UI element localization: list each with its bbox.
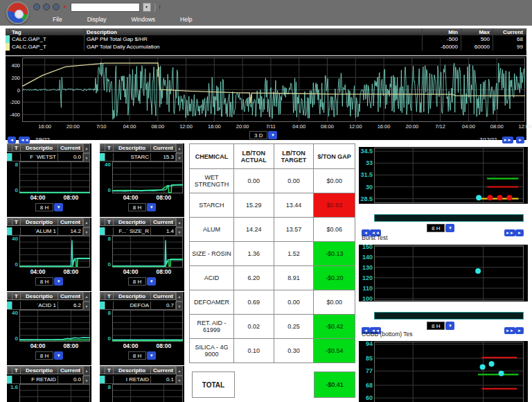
time-range-select[interactable]: 8 H [35, 203, 53, 211]
step-forward-button[interactable]: ► [515, 327, 524, 334]
main-trend-plot[interactable] [22, 58, 525, 122]
time-range-dropdown-icon[interactable]: ▼ [147, 203, 156, 211]
scroll-up-icon[interactable]: ▲ [83, 292, 90, 302]
menu-help[interactable]: Help [177, 15, 195, 24]
page-back-button[interactable]: ◄◄ [19, 137, 30, 143]
time-range-dropdown-icon[interactable]: ▼ [445, 322, 454, 330]
time-scrollbar[interactable] [374, 312, 524, 320]
time-range-dropdown-icon[interactable]: ▼ [147, 277, 156, 286]
trend-panel-header: TDescriptioCurrent▲ [100, 218, 184, 227]
mini-trend-plot[interactable] [112, 236, 183, 268]
ton-gap: -$0.20 [314, 266, 355, 290]
total-label: TOTAL [192, 372, 235, 398]
scroll-up-icon[interactable]: ▲ [83, 366, 90, 376]
x-axis-label: 16:00 [36, 123, 54, 130]
col-descriptio: Descriptio [114, 143, 151, 152]
lbton-target: 0.00 [274, 169, 314, 193]
tag-current-value: 1.4 [151, 227, 176, 236]
trend-panel-header: TDescriptioCurrent▲ [100, 292, 184, 302]
quality-trend-plot[interactable] [374, 245, 524, 301]
app-logo-icon[interactable] [6, 1, 29, 24]
step-back-button[interactable]: ◄ [8, 137, 16, 143]
col-tag: Tag [10, 28, 85, 35]
toolbar-separator: ) [154, 2, 157, 12]
time-range-dropdown-icon[interactable]: ▼ [445, 224, 454, 232]
col-t: T [105, 292, 114, 300]
time-range-select[interactable]: 3 D [249, 131, 267, 139]
back-button-icon[interactable] [33, 3, 40, 10]
y-max-label: 8 [100, 310, 111, 316]
step-forward-button[interactable]: ► [515, 229, 524, 236]
time-range-select[interactable]: 8 H [128, 203, 146, 211]
col-t: T [105, 218, 114, 226]
page-forward-button[interactable]: ►► [504, 229, 515, 236]
page-forward-button[interactable]: ►► [504, 327, 515, 334]
scroll-up-icon[interactable]: ▲ [83, 143, 90, 153]
menu-display[interactable]: Display [85, 15, 109, 24]
toolbar-pin-icon[interactable]: ! [159, 4, 161, 10]
lbton-actual: 14.24 [233, 218, 274, 242]
refresh-button-icon[interactable] [53, 3, 60, 10]
menu-file[interactable]: File [50, 15, 65, 24]
col-swatch [7, 366, 12, 374]
time-range-select[interactable]: 8 H [35, 351, 53, 360]
mini-trend-chart: 400 [7, 310, 91, 342]
panel-navbar: ◄◄◄8 H▼►►► [359, 322, 528, 331]
mini-range-row: 8 H▼ [100, 351, 184, 360]
col-descriptio: Descriptio [21, 292, 58, 300]
tag-current-value: 0.1 [151, 376, 176, 384]
mini-trend-plot[interactable] [19, 236, 90, 268]
pen-type-cell [12, 302, 21, 310]
mini-trend-plot[interactable] [19, 310, 90, 342]
x-axis-label: 7/12 [432, 123, 450, 130]
x-axis-label: 20:00 [403, 123, 421, 130]
menu-bar: File Display Windows Help [50, 15, 195, 24]
time-range-select[interactable]: 8 H [427, 224, 445, 232]
pen-color-swatch [100, 153, 105, 161]
menu-windows[interactable]: Windows [129, 15, 158, 24]
time-range-select[interactable]: 8 H [35, 277, 53, 286]
tag-current: 99 [493, 43, 526, 51]
mini-trend-plot[interactable] [19, 384, 90, 402]
address-dropdown-icon[interactable]: ▾ [143, 3, 151, 12]
mini-trend-plot[interactable] [19, 161, 90, 193]
time-range-select[interactable]: 8 H [427, 322, 445, 330]
time-range-dropdown-icon[interactable]: ▼ [54, 351, 63, 360]
time-range-dropdown-icon[interactable]: ▼ [268, 131, 277, 139]
tag-max: 60000 [461, 43, 493, 51]
time-scrollbar[interactable] [374, 214, 524, 222]
step-forward-button[interactable]: ► [516, 137, 524, 143]
quality-trend-plot[interactable] [374, 342, 524, 402]
chemical-name: RET. AID - 61999 [190, 315, 234, 339]
chemical-name: SIZE - ROSIN [190, 242, 234, 266]
quality-trend-plot[interactable] [374, 148, 524, 203]
y-axis-label: -400 [6, 112, 20, 118]
scroll-up-icon[interactable]: ▲ [176, 292, 183, 302]
favorite-icon[interactable]: ✦ [62, 3, 68, 10]
scroll-up-icon[interactable]: ▲ [83, 218, 90, 227]
mini-trend-plot[interactable] [112, 384, 183, 402]
mini-x-axis: 04:0008:00 [7, 342, 91, 350]
x-axis-label: 08:00 [319, 123, 337, 130]
chemical-row: SIZE - ROSIN1.361.52-$0.13 [190, 242, 355, 266]
lbton-target: 1.52 [274, 242, 314, 266]
quality-x-axis: 04:0008:00 [359, 302, 528, 311]
time-range-dropdown-icon[interactable]: ▼ [54, 277, 63, 286]
mini-trend-plot[interactable] [112, 161, 183, 193]
address-input[interactable] [71, 3, 140, 12]
page-forward-button[interactable]: ►► [502, 137, 513, 143]
time-range-dropdown-icon[interactable]: ▼ [54, 203, 63, 211]
time-range-select[interactable]: 8 H [128, 351, 146, 360]
time-range-select[interactable]: 8 H [128, 277, 146, 286]
scroll-up-icon[interactable]: ▲ [176, 143, 183, 153]
tag-row[interactable]: CALC.GAP_T GAP PM Total Gap $/HR -500 50… [6, 35, 526, 43]
x-axis-label: 16:00 [375, 123, 393, 130]
col-lbton-actual: LB/TON ACTUAL [233, 144, 274, 169]
scroll-up-icon[interactable]: ▲ [176, 218, 183, 227]
tag-row[interactable]: CALC.GAP_T GAP Total Daily Accumulation … [6, 43, 526, 51]
time-range-dropdown-icon[interactable]: ▼ [147, 351, 156, 360]
forward-button-icon[interactable] [43, 3, 50, 10]
mini-trend-plot[interactable] [112, 310, 183, 342]
y-axis-label: 60 [359, 394, 373, 401]
scroll-up-icon[interactable]: ▲ [176, 366, 183, 376]
